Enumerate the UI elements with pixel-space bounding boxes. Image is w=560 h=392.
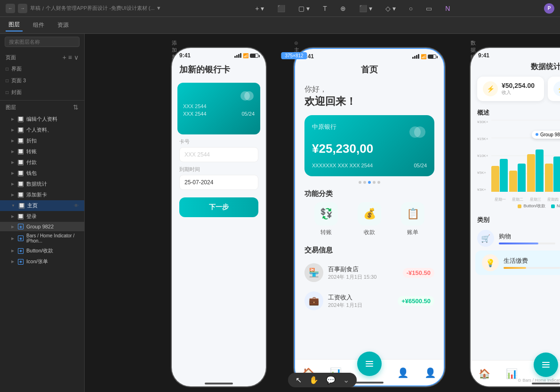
tab-assets[interactable]: 资源 — [55, 19, 72, 31]
pages-expand-icon[interactable]: ∨ — [74, 54, 79, 61]
card-number-partial: XXX 2544 — [183, 103, 255, 109]
layer-button-收款[interactable]: ▶ ◈ Button/收款 — [0, 245, 84, 256]
back-btn[interactable]: ← — [6, 4, 15, 13]
income-label: 收入 — [502, 89, 535, 96]
frame-icon: ⬜ — [18, 160, 24, 165]
fab-button-right[interactable] — [534, 353, 558, 377]
layers-header: 图层 ⇅ — [0, 101, 84, 114]
expand-icon: ▶ — [11, 182, 14, 186]
tab-components[interactable]: 组件 — [30, 19, 47, 31]
layer-bars[interactable]: ▶ ◈ Bars / Home Indicator / iPhon... — [0, 231, 84, 245]
nav-person2[interactable]: 👤 — [424, 367, 436, 378]
func-收款[interactable]: 💰 收款 — [358, 202, 381, 236]
layer-个人资料[interactable]: ▶ ⬜ 个人资料、 — [0, 125, 84, 135]
text-tool[interactable]: T — [321, 4, 329, 13]
svg-rect-9 — [542, 367, 550, 368]
status-time-right: 9:41 — [478, 52, 489, 59]
layer-转账[interactable]: ▶ ⬜ 转账 — [0, 146, 84, 157]
add-page-icon[interactable]: + — [63, 54, 66, 61]
page-item-页面3[interactable]: □ 页面 3 — [0, 75, 84, 86]
fab-button[interactable] — [357, 352, 382, 376]
trans-info-2: 工资收入 2024年 1月1日 — [328, 293, 393, 309]
user-avatar[interactable]: P — [544, 3, 554, 14]
expand-icon: ▶ — [11, 259, 14, 264]
chart-x-axis: 星期一 星期二 星期三 星期四 星期五 星期六 星期日 — [491, 197, 560, 202]
page-label: 页面 3 — [11, 77, 26, 84]
visibility-icon[interactable]: 👁 — [74, 203, 79, 208]
layer-编辑个人资料[interactable]: ▶ ⬜ 编辑个人资料 — [0, 114, 84, 125]
pages-menu-icon[interactable]: ≡ — [68, 54, 72, 61]
expense-icon: ⚡ — [553, 81, 560, 96]
hand-tool-icon[interactable]: ✋ — [309, 376, 319, 384]
form-input-expiry[interactable]: 25-07-2024 — [179, 175, 258, 190]
add-tool[interactable]: + ▾ — [253, 4, 266, 13]
legend-button: Button/收款 — [518, 203, 545, 209]
layer-钱包[interactable]: ▶ ⬜ 钱包 — [0, 168, 84, 179]
search-input[interactable] — [5, 37, 80, 47]
canvas[interactable]: 添加新卡 9:41 📶 加 — [85, 34, 560, 392]
expand-icon: ▶ — [11, 149, 14, 154]
layer-添加新卡[interactable]: ▶ ⬜ 添加新卡 — [0, 189, 84, 200]
layer-登录[interactable]: ▶ ⬜ 登录 — [0, 211, 84, 222]
expand-icon: ▶ — [11, 214, 14, 219]
pages-header: 页面 + ≡ ∨ — [0, 52, 84, 63]
layer-group9822[interactable]: ▶ ◈ Group 9822 — [0, 222, 84, 231]
form-input-number[interactable]: XXX 2544 — [179, 147, 258, 162]
layer-label: 付款 — [26, 159, 37, 166]
next-button[interactable]: 下一步 — [179, 197, 258, 217]
func-账单[interactable]: 📋 账单 — [401, 202, 424, 236]
card-expiry-m: 05/24 — [414, 163, 427, 168]
form-label-expiry: 到期时间 — [179, 166, 258, 173]
expand-icon: ▶ — [11, 117, 14, 121]
pen-tool[interactable]: ◇ ▾ — [384, 4, 398, 13]
component-tool[interactable]: ⬛ ▾ — [357, 4, 374, 13]
top-bar-left: ← → 草稿 / 个人财务管理APP界面设计 -免费UI设计素材 (... ▼ — [6, 4, 161, 13]
card-footer: XXX 2544 05/24 — [183, 111, 255, 117]
more-tool-icon[interactable]: ⌄ — [343, 376, 349, 384]
cursor-tool[interactable]: ⊕ — [338, 4, 348, 13]
category-shopping: 🛒 购物 -¥350.50 — [471, 226, 560, 251]
rect-tool[interactable]: ▭ — [424, 4, 434, 13]
y-label-5: ¥3K+ — [477, 188, 491, 192]
status-icons-middle: 📶 — [412, 54, 436, 59]
page-item-封面[interactable]: □ 封面 — [0, 86, 84, 98]
page-item-界面[interactable]: □ 界面 — [0, 63, 84, 75]
cat-name-shopping: 购物 — [499, 232, 560, 241]
trans-amount-2: +¥6500.50 — [398, 296, 434, 306]
layer-主页[interactable]: ▼ ⬜ 主页 👁 — [0, 200, 84, 211]
chart-area: ¥30K+ ¥15K+ ¥10K+ ¥5K+ ¥3K+ — [471, 120, 560, 202]
circle-tool[interactable]: ○ — [407, 4, 415, 13]
func-转账[interactable]: 💱 转账 — [314, 202, 338, 236]
layer-数据统计[interactable]: ▶ ⬜ 数据统计 — [0, 179, 84, 189]
nav-stats-r[interactable]: 📊 — [506, 368, 518, 379]
n-tool[interactable]: N — [443, 4, 452, 13]
signal-bar-3 — [238, 54, 240, 58]
tab-layers[interactable]: 图层 — [6, 19, 23, 31]
trans-date-1: 2024年 1月1日 15:30 — [328, 274, 398, 281]
nav-person1[interactable]: 👤 — [397, 367, 409, 378]
component-icon: ◈ — [18, 259, 24, 265]
nav-home-r[interactable]: 🏠 — [479, 368, 490, 379]
income-amount: ¥50,254.00 — [502, 82, 535, 89]
y-label-2: ¥15K+ — [477, 137, 491, 141]
cat-bar-shopping — [499, 243, 555, 244]
layer-付款[interactable]: ▶ ⬜ 付款 — [0, 157, 84, 168]
comment-tool-icon[interactable]: 💬 — [326, 376, 336, 384]
breadcrumb-root: 草稿 — [30, 5, 40, 12]
select-tool-icon[interactable]: ↖ — [296, 376, 302, 384]
card-logo-icon — [240, 88, 255, 103]
shape-tool[interactable]: ▢ ▾ — [296, 4, 312, 13]
phone-frame-right: 9:41 📶 数据统计 — [471, 48, 560, 386]
layer-折扣[interactable]: ▶ ⬜ 折扣 — [0, 135, 84, 146]
signal-bar-2 — [414, 56, 416, 59]
canvas-toolbar: ↖ ✋ 💬 ⌄ — [288, 373, 357, 387]
bar-expense-3 — [536, 149, 544, 192]
y-label-3: ¥10K+ — [477, 154, 491, 158]
layer-icon-账单[interactable]: ▶ ◈ Icon/张单 — [0, 256, 84, 267]
forward-btn[interactable]: → — [18, 4, 27, 13]
frame-tool[interactable]: ⬛ — [275, 4, 287, 13]
frame-icon: ⬜ — [18, 181, 24, 187]
expand-icon: ▶ — [11, 139, 14, 143]
signal-bar-4 — [240, 53, 241, 58]
layers-sort-icon[interactable]: ⇅ — [73, 103, 79, 111]
